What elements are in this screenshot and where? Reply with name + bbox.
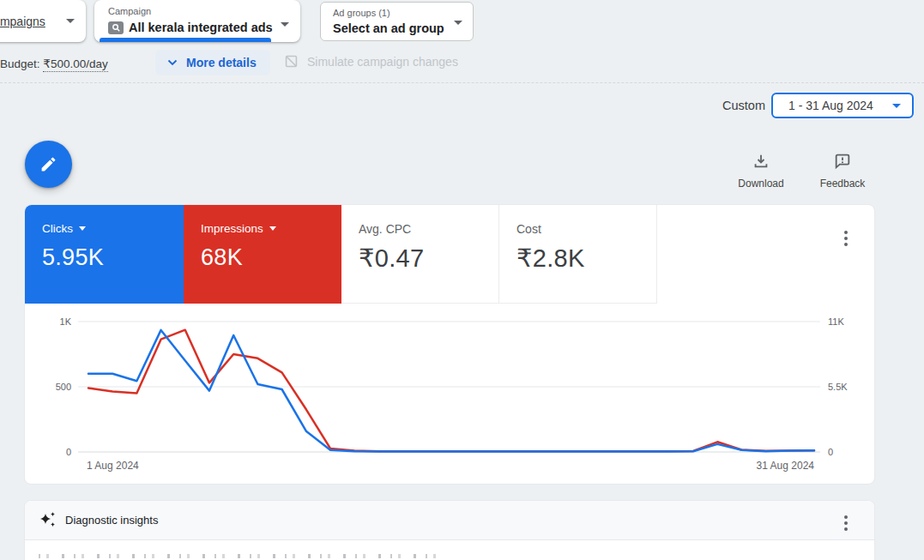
feedback-button[interactable]: Feedback [812,152,873,190]
simulate-campaign-changes-button: Simulate campaign changes [283,53,458,69]
download-button[interactable]: Download [731,152,791,190]
insights-options-menu[interactable] [841,512,851,534]
clipped-insight-text [39,554,442,558]
scorecard-cost-label: Cost [516,222,541,236]
scorecard-clicks-label: Clicks [42,222,73,235]
left-axis-tick-1k: 1K [60,316,72,327]
scorecard-cost[interactable]: Cost ₹2.8K [499,205,657,304]
download-icon [752,152,770,171]
ad-groups-field-label: Ad groups (1) [333,8,390,18]
left-axis-tick-500: 500 [56,382,71,392]
campaigns-selector[interactable]: Campaigns [0,0,86,42]
chevron-down-icon [66,19,75,23]
feedback-icon [833,152,852,171]
download-label: Download [731,178,791,190]
simulate-icon [283,53,299,69]
scorecard-avg-cpc-label: Avg. CPC [359,222,411,236]
chevron-down-icon [79,226,86,231]
active-campaign-indicator [100,38,271,42]
chevron-down-icon [454,21,462,25]
date-range-picker[interactable]: 1 - 31 Aug 2024 [771,93,914,118]
scorecard-cost-value: ₹2.8K [516,244,656,273]
impressions-line [88,330,814,452]
sparkle-icon [40,512,57,528]
scorecard-impressions-label: Impressions [201,222,263,235]
search-campaign-icon [108,21,124,34]
budget-label: Budget: [0,57,40,70]
chevron-down-icon [281,22,289,27]
card-options-menu[interactable] [841,227,851,250]
scorecard-impressions[interactable]: Impressions 68K [184,205,341,304]
header-divider [0,82,924,83]
right-axis-tick-0: 0 [828,447,833,457]
edit-button[interactable] [25,141,72,188]
diagnostic-insights-header: Diagnostic insights [25,501,874,540]
right-axis-tick-11k: 11K [828,316,844,327]
performance-card: Clicks 5.95K Impressions 68K Avg. CPC ₹0… [24,204,875,485]
ad-group-selector[interactable]: Ad groups (1) Select an ad group [320,2,474,41]
scorecard-impressions-value: 68K [201,244,341,271]
more-details-button[interactable]: More details [155,50,270,75]
simulate-label: Simulate campaign changes [307,55,458,69]
pencil-icon [39,155,57,173]
performance-trend-chart: 1K 500 0 11K 5.5K 0 1 Aug 2024 31 Aug 20… [25,304,876,485]
clicks-line [88,330,814,452]
campaign-field-label: Campaign [108,6,151,16]
scorecard-avg-cpc-value: ₹0.47 [359,244,498,273]
campaigns-selector-label: Campaigns [0,15,45,28]
scorecard-clicks-value: 5.95K [42,244,184,271]
chevron-down-icon [269,226,276,231]
chevron-down-icon [892,104,901,108]
date-range-type-label: Custom [722,99,765,112]
left-axis-tick-0: 0 [66,447,71,457]
chevron-down-icon [167,59,178,66]
more-details-label: More details [186,56,257,69]
diagnostic-insights-title: Diagnostic insights [65,514,158,527]
campaign-selector[interactable]: Campaign All kerala integrated ads [94,0,300,42]
feedback-label: Feedback [812,178,873,190]
right-axis-tick-5-5k: 5.5K [828,382,848,392]
date-range-value: 1 - 31 Aug 2024 [788,99,873,112]
x-axis-end-label: 31 Aug 2024 [757,460,815,472]
budget-text: Budget: ₹500.00/day [0,57,108,70]
x-axis-start-label: 1 Aug 2024 [87,460,139,472]
budget-value[interactable]: ₹500.00/day [43,57,107,72]
google-ads-campaign-overview: Campaigns Campaign All kerala integrated… [0,0,924,560]
scorecard-avg-cpc[interactable]: Avg. CPC ₹0.47 [341,205,499,304]
scorecard-clicks[interactable]: Clicks 5.95K [25,205,184,304]
ad-group-value: Select an ad group [333,21,444,35]
campaign-name: All kerala integrated ads [129,21,273,34]
diagnostic-insights-card: Diagnostic insights [24,500,875,560]
